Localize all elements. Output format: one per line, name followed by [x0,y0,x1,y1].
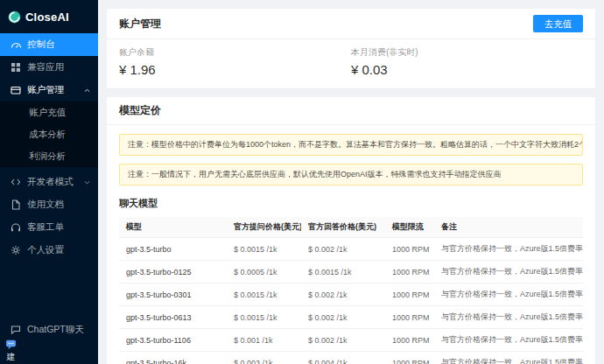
table-cell: 与官方价格保持一致，Azure版1.5倍费率 [434,284,583,306]
balance-stat: 账户余额 ¥ 1.96 [119,46,351,77]
table-header-row: 模型 官方提问价格(美元) 官方回答价格(美元) 模型限流 备注 [119,217,583,238]
table-cell: 1000 RPM [385,329,434,352]
table-cell: $ 0.003 /1k [227,352,301,364]
notice-banner-token: 注意：模型价格中的计费单位为每1000个token，而不是字数。算法基本和官方保… [119,134,583,156]
chat-models-section-title: 聊天模型 [119,197,583,210]
account-stats: 账户余额 ¥ 1.96 本月消费(非实时) ¥ 0.03 [107,39,595,88]
gear-icon [11,245,21,256]
sidebar-item-developer-mode[interactable]: 开发者模式 [0,171,98,193]
feedback-widget-label: 建 [7,351,16,363]
table-cell: gpt-3.5-turbo-0301 [119,284,227,306]
table-row: gpt-3.5-turbo$ 0.0015 /1k$ 0.002 /1k1000… [119,238,583,261]
sidebar-item-label: 账户管理 [27,84,64,96]
account-management-card: 账户管理 去充值 账户余额 ¥ 1.96 本月消费(非实时) ¥ 0.03 [107,9,595,88]
sidebar-subitem-profit-analysis[interactable]: 利润分析 [0,145,98,167]
header-prompt-price: 官方提问价格(美元) [227,217,301,238]
pricing-table-body: gpt-3.5-turbo$ 0.0015 /1k$ 0.002 /1k1000… [119,238,583,364]
table-cell: 1000 RPM [385,352,434,364]
table-cell: $ 0.0015 /1k [227,284,301,306]
table-row: gpt-3.5-turbo-0613$ 0.0015 /1k$ 0.002 /1… [119,306,583,329]
table-cell: 与官方价格保持一致，Azure版1.5倍费率 [434,329,583,352]
account-card-header: 账户管理 去充值 [107,9,595,39]
table-cell: $ 0.002 /1k [301,238,385,261]
table-cell: $ 0.0015 /1k [227,306,301,329]
table-cell: $ 0.004 /1k [301,352,385,364]
feedback-widget[interactable]: 建 [5,339,17,363]
table-cell: gpt-3.5-turbo [119,238,227,261]
sidebar-item-console[interactable]: 控制台 [0,33,98,56]
table-row: gpt-3.5-turbo-16k$ 0.003 /1k$ 0.004 /1k1… [119,352,583,364]
table-cell: gpt-3.5-turbo-1106 [119,329,227,352]
table-row: gpt-3.5-turbo-1106$ 0.001 /1k$ 0.002 /1k… [119,329,583,352]
caret-up-icon [83,87,91,94]
table-cell: gpt-3.5-turbo-16k [119,352,227,364]
monthly-spend-stat: 本月消费(非实时) ¥ 0.03 [351,46,583,77]
sidebar-item-support-ticket[interactable]: 客服工单 [0,216,98,239]
table-cell: 1000 RPM [385,306,434,329]
header-notes: 备注 [434,217,583,238]
table-row: gpt-3.5-turbo-0125$ 0.0005 /1k$ 0.0015 /… [119,261,583,284]
monthly-spend-value: ¥ 0.03 [351,62,583,77]
account-management-submenu: 账户充值 成本分析 利润分析 [0,102,98,167]
pricing-table: 模型 官方提问价格(美元) 官方回答价格(美元) 模型限流 备注 gpt-3.5… [119,217,583,364]
balance-value: ¥ 1.96 [119,62,351,77]
table-cell: $ 0.0015 /1k [227,238,301,261]
header-model: 模型 [119,217,227,238]
table-cell: 与官方价格保持一致，Azure版1.5倍费率 [434,261,583,284]
header-completion-price: 官方回答价格(美元) [301,217,385,238]
sidebar-item-label: 账户充值 [29,107,66,119]
sidebar-item-label: 客服工单 [27,221,64,234]
sidebar-item-account-management[interactable]: 账户管理 [0,79,98,102]
table-cell: 1000 RPM [385,284,434,306]
sidebar-subitem-cost-analysis[interactable]: 成本分析 [0,123,98,145]
main-content: 账户管理 去充值 账户余额 ¥ 1.96 本月消费(非实时) ¥ 0.03 模型… [98,0,604,364]
logo[interactable]: CloseAI [0,0,98,33]
table-cell: 与官方价格保持一致，Azure版1.5倍费率 [434,238,583,261]
table-cell: $ 0.001 /1k [227,329,301,352]
sidebar-menu: 控制台 兼容应用 账户管理 账户充值 [0,33,98,364]
recharge-button[interactable]: 去充值 [533,15,584,32]
pricing-card-header: 模型定价 [107,97,595,125]
table-cell: $ 0.0005 /1k [227,261,301,284]
balance-label: 账户余额 [119,46,351,59]
sidebar-item-label: 控制台 [27,38,55,51]
sidebar-item-docs[interactable]: 使用文档 [0,193,98,216]
wallet-icon [11,85,21,95]
caret-down-icon [83,178,91,186]
table-cell: $ 0.0015 /1k [301,261,385,284]
sidebar-item-label: 开发者模式 [27,176,74,188]
table-cell: 1000 RPM [385,238,434,261]
table-cell: $ 0.002 /1k [301,306,385,329]
sidebar-item-label: 兼容应用 [27,61,64,74]
table-cell: 与官方价格保持一致，Azure版1.5倍费率 [434,306,583,329]
table-cell: gpt-3.5-turbo-0613 [119,306,227,329]
feedback-chat-icon [5,339,17,350]
doc-icon [11,200,21,210]
table-cell: 与官方价格保持一致，Azure版1.5倍费率 [434,352,583,364]
apps-icon [11,62,21,73]
chat-icon [11,325,21,335]
sidebar-item-label: 使用文档 [27,199,64,211]
sidebar-item-label: ChatGPT聊天 [27,324,84,336]
header-rate-limit: 模型限流 [385,217,434,238]
logo-icon [8,10,21,24]
table-cell: 1000 RPM [385,261,434,284]
notice-banner-provider: 注意：一般情况下，用户无需关心底层供应商，默认优先使用OpenAI版本，特殊需求… [119,164,583,186]
logo-text: CloseAI [25,10,69,24]
table-cell: gpt-3.5-turbo-0125 [119,261,227,284]
monthly-spend-label: 本月消费(非实时) [351,46,583,59]
sidebar-item-personal-settings[interactable]: 个人设置 [0,239,98,262]
pricing-card-title: 模型定价 [119,103,161,118]
sidebar-item-compatible-apps[interactable]: 兼容应用 [0,56,98,79]
model-pricing-card: 模型定价 注意：模型价格中的计费单位为每1000个token，而不是字数。算法基… [107,97,595,364]
code-icon [11,177,21,187]
app-window: CloseAI 控制台 兼容应用 账户管理 [0,0,604,364]
sidebar-item-label: 成本分析 [29,129,66,141]
headset-icon [11,222,21,233]
table-cell: $ 0.002 /1k [301,284,385,306]
table-row: gpt-3.5-turbo-0301$ 0.0015 /1k$ 0.002 /1… [119,284,583,306]
sidebar-item-label: 个人设置 [27,244,64,256]
dashboard-icon [11,39,21,50]
sidebar-subitem-recharge[interactable]: 账户充值 [0,102,98,123]
table-cell: $ 0.002 /1k [301,329,385,352]
